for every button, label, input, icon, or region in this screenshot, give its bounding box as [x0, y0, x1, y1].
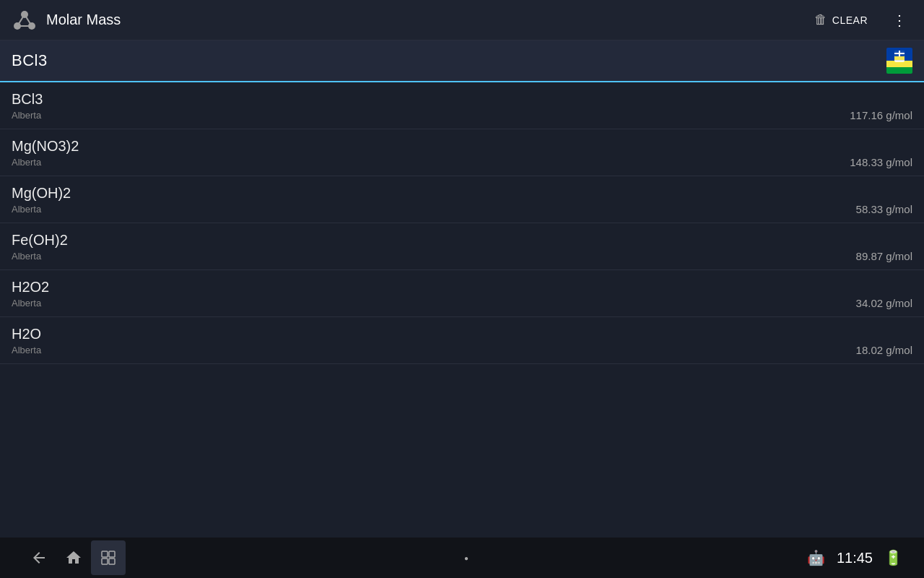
compound-source: Alberta — [12, 251, 41, 262]
clear-label: CLEAR — [832, 14, 868, 26]
compound-source: Alberta — [12, 157, 41, 168]
compound-source: Alberta — [12, 204, 41, 215]
compound-mass: 89.87 g/mol — [856, 250, 912, 262]
list-item[interactable]: Mg(OH)2 Alberta 58.33 g/mol — [0, 176, 924, 223]
compound-source: Alberta — [12, 298, 41, 309]
compound-formula: Mg(NO3)2 — [12, 138, 912, 155]
compound-list: BCl3 Alberta 117.16 g/mol Mg(NO3)2 Alber… — [0, 82, 924, 364]
svg-line-4 — [25, 14, 32, 26]
svg-rect-16 — [102, 558, 108, 564]
status-bar: 🤖 11:45 🔋 — [807, 549, 902, 566]
svg-rect-17 — [109, 558, 115, 564]
trash-icon: 🗑 — [814, 12, 828, 27]
compound-formula: Mg(OH)2 — [12, 185, 912, 202]
compound-source: Alberta — [12, 110, 41, 121]
compound-formula: Fe(OH)2 — [12, 232, 912, 249]
battery-icon: 🔋 — [884, 549, 902, 566]
clear-button[interactable]: 🗑 CLEAR — [807, 8, 875, 32]
list-item[interactable]: H2O2 Alberta 34.02 g/mol — [0, 270, 924, 317]
more-menu-button[interactable]: ⋮ — [886, 9, 912, 32]
clock: 11:45 — [837, 550, 873, 566]
svg-rect-15 — [109, 551, 115, 557]
compound-mass: 148.33 g/mol — [850, 156, 912, 168]
compound-source: Alberta — [12, 345, 41, 355]
home-button[interactable] — [56, 540, 91, 575]
svg-rect-8 — [886, 67, 912, 74]
svg-rect-14 — [102, 551, 108, 557]
center-indicator: ● — [464, 554, 468, 562]
nav-bar: ● 🤖 11:45 🔋 — [0, 538, 924, 578]
alberta-flag-icon — [886, 48, 912, 74]
svg-rect-11 — [894, 56, 905, 60]
compound-mass: 34.02 g/mol — [856, 297, 912, 309]
search-bar — [0, 40, 924, 82]
compound-formula: H2O2 — [12, 279, 912, 296]
app-icon — [12, 7, 38, 33]
compound-mass: 58.33 g/mol — [856, 203, 912, 215]
svg-line-3 — [17, 14, 25, 26]
compound-formula: BCl3 — [12, 91, 912, 108]
app-bar: Molar Mass 🗑 CLEAR ⋮ — [0, 0, 924, 40]
search-input[interactable] — [12, 51, 886, 70]
recents-button[interactable] — [91, 540, 126, 575]
compound-mass: 18.02 g/mol — [856, 344, 912, 356]
android-icon: 🤖 — [807, 549, 825, 566]
list-item[interactable]: BCl3 Alberta 117.16 g/mol — [0, 82, 924, 129]
app-title: Molar Mass — [46, 12, 807, 28]
back-button[interactable] — [22, 540, 56, 575]
list-item[interactable]: Fe(OH)2 Alberta 89.87 g/mol — [0, 223, 924, 270]
svg-rect-13 — [894, 53, 905, 54]
list-item[interactable]: Mg(NO3)2 Alberta 148.33 g/mol — [0, 129, 924, 176]
compound-mass: 117.16 g/mol — [850, 109, 912, 121]
compound-formula: H2O — [12, 326, 912, 342]
list-item[interactable]: H2O Alberta 18.02 g/mol — [0, 317, 924, 364]
